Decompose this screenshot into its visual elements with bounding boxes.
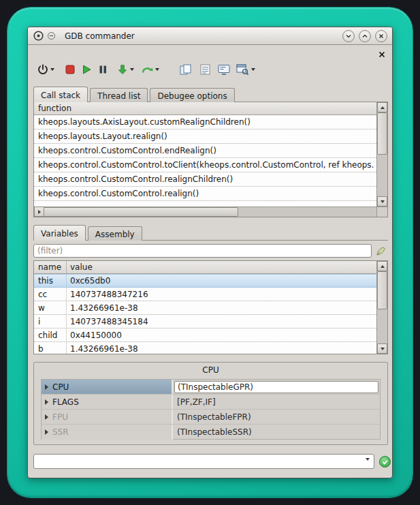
register-group-label: FPU <box>52 412 68 422</box>
tab-call-stack[interactable]: Call stack <box>33 87 88 102</box>
monitor-view-button[interactable] <box>218 64 230 75</box>
register-value-cell[interactable]: (TInspectableGPR) <box>173 380 380 394</box>
close-button[interactable] <box>375 30 387 42</box>
tab-thread-list[interactable]: Thread list <box>90 88 148 102</box>
filter-pen-icon[interactable] <box>376 245 387 256</box>
step-into-icon <box>117 64 128 75</box>
chevron-down-icon[interactable] <box>366 461 370 474</box>
cpu-panel: CPU CPU (TInspectableGPR) FLAGS <box>33 362 388 445</box>
monitor-icon <box>218 64 230 75</box>
list-icon <box>200 64 210 75</box>
scrollbar-corner <box>376 206 387 217</box>
variables-header: name value <box>34 261 376 274</box>
callstack-row[interactable]: kheops.control.CustomControl.toClient(kh… <box>34 158 376 172</box>
scrollbar-thumb[interactable] <box>377 112 387 155</box>
variable-row[interactable]: cc 140737488347216 <box>34 288 376 301</box>
register-group-name: CPU <box>42 380 173 394</box>
step-over-button[interactable] <box>141 64 159 75</box>
register-group-label: CPU <box>52 382 69 392</box>
scroll-up-button[interactable] <box>377 261 387 271</box>
scroll-right-button[interactable] <box>34 206 44 217</box>
execute-command-button[interactable] <box>379 456 391 468</box>
arrow-up-icon <box>381 265 385 268</box>
variable-row[interactable]: i 140737488345184 <box>34 315 376 328</box>
step-into-button[interactable] <box>117 64 134 75</box>
close-icon <box>378 33 385 40</box>
window-title: GDB commander <box>65 31 135 41</box>
scroll-down-button[interactable] <box>377 343 387 354</box>
expander-icon[interactable] <box>45 414 48 420</box>
command-combobox[interactable] <box>33 454 374 469</box>
stop-button[interactable] <box>65 65 75 74</box>
variable-name: b <box>34 342 67 354</box>
callstack-row[interactable]: kheops.control.CustomControl.endRealign(… <box>34 144 376 158</box>
variable-value: 140737488345184 <box>67 315 148 328</box>
maximize-button[interactable] <box>359 30 371 42</box>
scroll-up-button[interactable] <box>377 102 387 112</box>
register-group-name: FLAGS <box>42 395 173 409</box>
tab-assembly[interactable]: Assembly <box>88 226 142 241</box>
variable-value: 1.43266961e-38 <box>67 301 138 314</box>
variables-panel: name value this 0xc65db0 cc 140737488347… <box>33 260 388 354</box>
expander-icon[interactable] <box>45 384 48 390</box>
variables-vertical-scrollbar[interactable] <box>376 261 387 354</box>
variable-row[interactable]: w 1.43266961e-38 <box>34 301 376 315</box>
stop-icon <box>65 65 75 74</box>
power-icon <box>37 64 48 75</box>
callstack-row[interactable]: kheops.layouts.AxisLayout.customRealignC… <box>34 115 376 129</box>
column-header-value: value <box>67 261 93 273</box>
chevron-down-icon[interactable] <box>50 68 54 71</box>
window-titlebar[interactable]: GDB commander <box>28 27 392 45</box>
cpu-register-row[interactable]: CPU (TInspectableGPR) <box>42 380 380 395</box>
chevron-down-icon[interactable] <box>251 68 255 71</box>
register-value-cell: (TInspectableFPR) <box>173 410 380 424</box>
window-search-button[interactable] <box>236 64 255 76</box>
power-button[interactable] <box>37 64 54 75</box>
callstack-tabbar: Call stack Thread list Debugee options <box>33 87 237 102</box>
pause-button[interactable] <box>98 65 108 74</box>
arrow-down-icon <box>381 200 385 203</box>
register-value-cell: [PF,ZF,IF] <box>173 395 380 409</box>
callstack-column-header: function <box>34 102 376 115</box>
chevron-down-icon[interactable] <box>155 68 159 71</box>
register-value-editor[interactable]: (TInspectableGPR) <box>174 381 378 393</box>
cpu-panel-title: CPU <box>34 363 387 375</box>
app-icon <box>33 30 44 42</box>
variable-row[interactable]: this 0xc65db0 <box>34 274 376 288</box>
command-input[interactable] <box>37 455 360 468</box>
window-search-icon <box>236 64 249 76</box>
list-view-button[interactable] <box>200 64 210 75</box>
cpu-register-row[interactable]: SSR (TInspectableSSR) <box>42 425 380 440</box>
run-button[interactable] <box>81 64 92 75</box>
callstack-row[interactable]: kheops.control.CustomControl.realign() <box>34 187 376 201</box>
scrollbar-thumb[interactable] <box>377 271 387 309</box>
tab-variables[interactable]: Variables <box>33 225 86 241</box>
callstack-row[interactable]: kheops.layouts.Layout.realign() <box>34 129 376 144</box>
scrollbar-thumb[interactable] <box>34 207 238 217</box>
dock-close-icon[interactable] <box>378 48 386 57</box>
variable-row[interactable]: b 1.43266961e-38 <box>34 342 376 354</box>
cpu-register-row[interactable]: FLAGS [PF,ZF,IF] <box>42 395 380 410</box>
arrow-down-icon <box>381 348 385 350</box>
play-icon <box>81 64 92 75</box>
shade-button[interactable] <box>342 30 355 42</box>
filter-input[interactable] <box>33 244 372 258</box>
chevron-down-icon[interactable] <box>130 68 134 71</box>
callstack-row[interactable]: kheops.control.CustomControl.realignChil… <box>34 172 376 187</box>
expander-icon[interactable] <box>45 429 48 435</box>
documents-button[interactable] <box>180 64 192 75</box>
variables-list: this 0xc65db0 cc 140737488347216 w 1.432… <box>34 274 376 354</box>
register-group-name: SSR <box>42 425 173 440</box>
checkmark-icon <box>381 458 389 465</box>
app-menu-icon[interactable] <box>47 31 56 40</box>
expander-icon[interactable] <box>45 399 48 405</box>
cpu-register-row[interactable]: FPU (TInspectableFPR) <box>42 410 380 425</box>
variable-value: 0xc65db0 <box>67 275 110 287</box>
variable-row[interactable]: child 0x44150000 <box>34 328 376 342</box>
tab-debugee-options[interactable]: Debugee options <box>150 88 234 102</box>
variable-name: cc <box>34 288 67 301</box>
variable-value: 140737488347216 <box>67 288 148 301</box>
callstack-vertical-scrollbar[interactable] <box>376 102 387 206</box>
scroll-down-button[interactable] <box>377 196 387 206</box>
callstack-horizontal-scrollbar[interactable] <box>34 206 376 217</box>
